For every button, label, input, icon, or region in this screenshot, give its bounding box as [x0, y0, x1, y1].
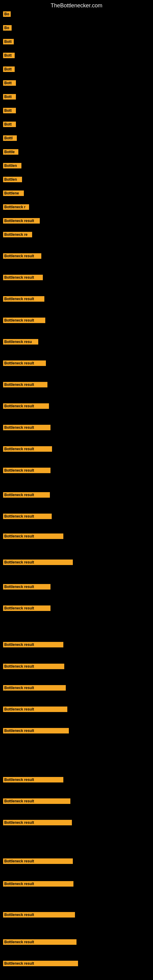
bar-row: Bottleneck result [3, 820, 72, 827]
bar-row: Bottleneck re [3, 232, 32, 239]
bar-row: Bottleneck result [3, 706, 67, 713]
bar-label: Bottleneck result [3, 560, 73, 565]
bar-row: Bottleneck resu [3, 339, 38, 346]
bar-row: Bottleneck result [3, 275, 43, 282]
bar-row: Bottleneck result [3, 939, 76, 946]
bar-row: Bo [3, 11, 11, 18]
bar-label: Bottleneck result [3, 728, 69, 733]
bar-label: Bottleneck result [3, 685, 66, 690]
bar-row: Bott [3, 122, 16, 128]
bar-row: Bottleneck result [3, 533, 63, 540]
bar-label: Bottleneck result [3, 961, 78, 966]
bar-row: Bo [3, 25, 12, 32]
bar-label: Bottleneck result [3, 360, 46, 366]
bar-label: Bottleneck result [3, 820, 72, 825]
bar-label: Bottleneck result [3, 642, 63, 648]
bar-label: Bottleneck result [3, 514, 52, 519]
bar-label: Bottleneck result [3, 777, 63, 783]
bar-label: Bottleneck result [3, 318, 45, 323]
bar-label: Bottleneck result [3, 425, 51, 430]
bar-label: Bottlen [3, 177, 22, 182]
bar-label: Bottl [3, 135, 17, 141]
bar-row: Bottleneck result [3, 961, 78, 967]
bar-label: Bottleneck result [3, 275, 43, 280]
bar-row: Bottleneck result [3, 492, 50, 499]
bar-label: Bott [3, 94, 16, 100]
bar-label: Bottleneck result [3, 858, 73, 864]
bar-label: Bo [3, 11, 11, 17]
bar-label: Bottleneck result [3, 382, 48, 387]
bar-label: Bott [3, 108, 16, 113]
bar-row: Bottleneck result [3, 468, 51, 474]
bar-row: Bottleneck result [3, 663, 64, 670]
bar-label: Bottleneck result [3, 218, 40, 224]
bar-label: Bottleneck result [3, 584, 51, 590]
bar-row: Bottleneck result [3, 799, 70, 805]
bar-row: Bott [3, 108, 16, 115]
bar-label: Bott [3, 80, 16, 86]
bar-row: Bottleneck result [3, 912, 75, 919]
bar-label: Bottleneck result [3, 663, 64, 669]
bar-row: Bottleneck result [3, 253, 41, 260]
bar-row: Bottleneck result [3, 728, 69, 735]
bar-label: Bott [3, 122, 16, 127]
bar-row: Bottleneck result [3, 403, 49, 410]
bar-label: Bottleneck result [3, 605, 51, 611]
bar-row: Bottleneck result [3, 584, 51, 591]
bar-label: Bottlen [3, 163, 21, 169]
bar-label: Bottleneck result [3, 492, 50, 498]
bar-label: Bottleneck result [3, 912, 75, 918]
bar-row: Bottlen [3, 177, 22, 183]
bar-label: Bottle [3, 149, 18, 155]
bar-row: Bottleneck result [3, 642, 63, 649]
bar-row: Bott [3, 39, 14, 46]
bar-row: Bottleneck result [3, 425, 51, 431]
bar-label: Bottleneck resu [3, 339, 38, 345]
bar-label: Bottleneck result [3, 403, 49, 409]
bar-row: Bottlene [3, 191, 24, 197]
bar-row: Bottleneck result [3, 446, 52, 453]
bar-label: Bottleneck result [3, 706, 67, 712]
bar-row: Bottleneck result [3, 514, 52, 520]
bar-row: Bottleneck result [3, 685, 66, 692]
bar-row: Bottleneck result [3, 360, 46, 367]
bar-row: Bott [3, 52, 15, 59]
bar-label: Bottleneck result [3, 799, 70, 804]
bar-label: Bottleneck r [3, 204, 29, 210]
bar-label: Bott [3, 52, 15, 58]
bar-row: Bottleneck result [3, 218, 40, 225]
bar-row: Bott [3, 80, 16, 87]
bar-label: Bottleneck re [3, 232, 32, 237]
bar-row: Bottleneck result [3, 382, 48, 389]
bar-row: Bottleneck r [3, 204, 29, 211]
bar-label: Bottleneck result [3, 253, 41, 259]
bar-label: Bottleneck result [3, 881, 73, 886]
bar-row: Bottleneck result [3, 318, 45, 324]
site-title: TheBottlenecker.com [0, 0, 153, 11]
bar-row: Bottleneck result [3, 777, 63, 784]
bar-row: Bottl [3, 135, 17, 142]
bar-label: Bott [3, 39, 14, 45]
bar-row: Bottleneck result [3, 858, 73, 865]
bar-row: Bottle [3, 149, 18, 156]
bar-label: Bottleneck result [3, 533, 63, 539]
bar-row: Bottleneck result [3, 296, 45, 303]
bar-row: Bott [3, 67, 15, 73]
bar-label: Bottlene [3, 191, 24, 196]
bar-row: Bottleneck result [3, 881, 73, 888]
bar-label: Bo [3, 25, 12, 30]
bar-row: Bottlen [3, 163, 21, 170]
bar-row: Bott [3, 94, 16, 101]
bar-label: Bottleneck result [3, 939, 76, 945]
bar-row: Bottleneck result [3, 560, 73, 566]
bar-label: Bottleneck result [3, 446, 52, 452]
bar-label: Bottleneck result [3, 296, 45, 302]
bar-label: Bott [3, 67, 15, 72]
bar-label: Bottleneck result [3, 468, 51, 473]
bar-row: Bottleneck result [3, 605, 51, 612]
